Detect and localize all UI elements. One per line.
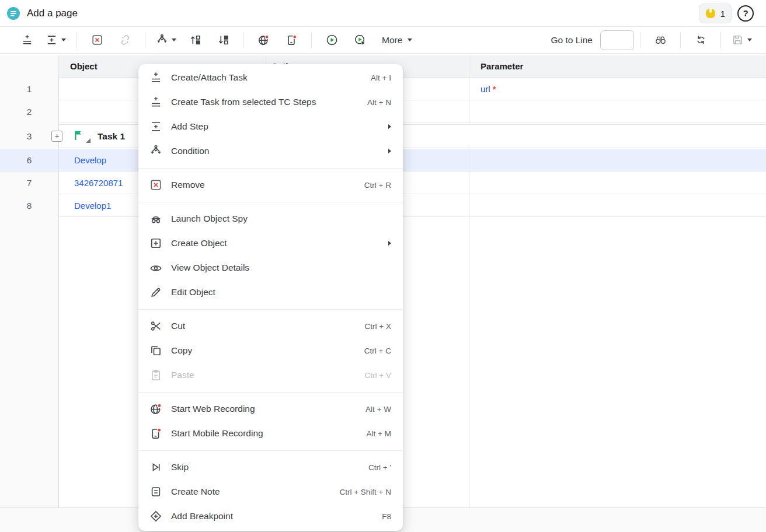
help-button[interactable]: ? [737,5,754,22]
chevron-down-icon [172,38,176,41]
unlink-button[interactable] [114,30,135,51]
toolbar: More Go to Line [0,27,766,54]
more-button[interactable]: More [382,35,412,46]
run-button[interactable] [321,30,342,51]
row-number[interactable]: 1 [0,78,58,100]
menu-item-skip[interactable]: SkipCtrl + ' [138,455,403,480]
sync-button[interactable] [690,30,711,51]
task-label[interactable]: Task 1 [98,124,125,148]
web-recording-icon [257,34,270,46]
mobile-recording-button[interactable] [281,30,302,51]
menu-shortcut: Ctrl + ' [368,463,391,472]
submenu-arrow-icon [388,149,391,153]
menu-shortcut: F8 [382,512,391,521]
remove-icon [91,34,103,46]
menu-separator [138,202,403,202]
param-link-url[interactable]: url [481,84,490,94]
web-recording-icon [149,402,162,415]
add-step-icon [149,120,162,133]
menu-item-launch-object-spy[interactable]: Launch Object Spy [138,206,403,231]
grid-corner-cell [0,55,58,78]
chevron-down-icon [61,38,66,41]
create-attach-task-button[interactable] [16,30,37,51]
run-debug-button[interactable] [349,30,370,51]
find-icon [654,34,667,46]
column-header-object[interactable]: Object [70,55,98,78]
menu-item-remove[interactable]: RemoveCtrl + R [138,173,403,197]
grid-divider [469,55,469,124]
row-number[interactable]: 2 [0,100,58,123]
move-step-up-button[interactable] [184,30,206,51]
menu-shortcut: Ctrl + V [365,371,391,380]
condition-button[interactable] [155,30,177,51]
row-number-column [0,55,58,508]
menu-shortcut: Ctrl + R [364,181,391,190]
menu-item-cut[interactable]: CutCtrl + X [138,314,403,338]
object-link-number[interactable]: 3426720871 [74,172,123,194]
menu-item-label: Remove [171,180,205,190]
web-recording-button[interactable] [253,30,274,51]
remove-step-button[interactable] [86,30,107,51]
row-number[interactable]: 3 [0,124,58,148]
menu-item-label: Edit Object [171,287,215,298]
menu-item-copy[interactable]: CopyCtrl + C [138,338,403,363]
credits-badge[interactable]: 1 [699,4,732,23]
menu-shortcut: Alt + N [367,98,391,107]
menu-item-add-step[interactable]: Add Step [138,114,403,139]
add-step-button[interactable] [44,30,67,51]
topbar: Add a page 1 ? [0,0,766,27]
find-button[interactable] [650,30,671,51]
create-object-icon [149,237,162,250]
move-down-icon [217,34,229,46]
menu-item-start-mobile-recording[interactable]: Start Mobile RecordingAlt + M [138,421,403,446]
menu-item-create-note[interactable]: Create NoteCtrl + Shift + N [138,480,403,504]
row-number[interactable]: 7 [0,172,58,194]
chevron-down-icon [747,38,752,41]
menu-item-label: Copy [171,345,192,356]
goto-line-input[interactable] [600,30,634,50]
task-flag-icon [72,129,85,142]
menu-shortcut: Alt + M [367,429,391,438]
menu-item-create-object[interactable]: Create Object [138,231,403,256]
save-icon [732,34,744,46]
context-menu: Create/Attach TaskAlt + ICreate Task fro… [138,64,403,531]
create-task-icon [149,71,162,84]
menu-item-paste: PasteCtrl + V [138,363,403,387]
grid-divider [469,148,469,508]
menu-item-edit-object[interactable]: Edit Object [138,280,403,304]
menu-item-start-web-recording[interactable]: Start Web RecordingAlt + W [138,397,403,421]
menu-item-create-task-from-selected-tc-steps[interactable]: Create Task from selected TC StepsAlt + … [138,90,403,114]
page-icon [7,7,20,20]
add-step-icon [46,34,58,46]
condition-icon [149,145,162,158]
menu-item-label: Create/Attach Task [171,72,248,83]
mobile-recording-icon [149,427,162,440]
unlink-icon [119,34,131,46]
menu-item-create-attach-task[interactable]: Create/Attach TaskAlt + I [138,65,403,90]
row-number[interactable]: 6 [0,149,58,172]
column-header-parameter[interactable]: Parameter [481,55,523,78]
parameter-cell: url* [481,78,496,100]
grid-divider [58,55,59,508]
menu-item-label: Start Web Recording [171,404,255,414]
menu-separator [138,309,403,310]
move-step-down-button[interactable] [213,30,234,51]
row-number[interactable]: 8 [0,194,58,217]
menu-item-condition[interactable]: Condition [138,139,403,163]
menu-shortcut: Ctrl + Shift + N [339,488,391,496]
paste-icon [149,369,162,382]
toolbar-separator [680,32,681,48]
condition-icon [156,34,168,46]
save-button[interactable] [730,30,753,51]
toolbar-right: Go to Line [551,30,757,51]
page-title: Add a page [27,0,78,26]
menu-item-label: Create Object [171,238,227,249]
task-expand-caret-icon[interactable] [86,138,90,143]
create-task-icon [21,34,33,46]
menu-item-add-breakpoint[interactable]: Add BreakpointF8 [138,504,403,528]
menu-item-label: Start Mobile Recording [171,428,263,439]
object-link-develop[interactable]: Develop [74,149,106,172]
menu-item-view-object-details[interactable]: View Object Details [138,256,403,280]
expand-task-button[interactable]: + [51,131,62,142]
object-link-develop1[interactable]: Develop1 [74,194,111,217]
